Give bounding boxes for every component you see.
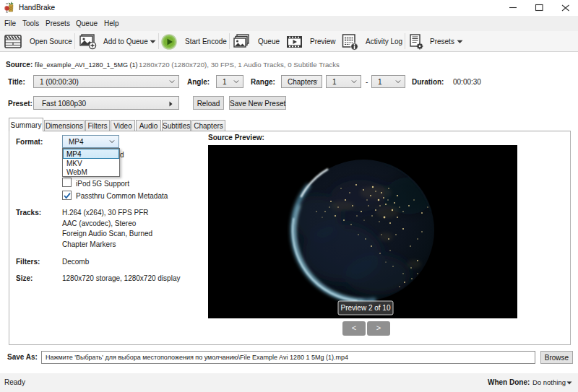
svg-text:Preview 2 of 10: Preview 2 of 10 [341, 304, 391, 312]
